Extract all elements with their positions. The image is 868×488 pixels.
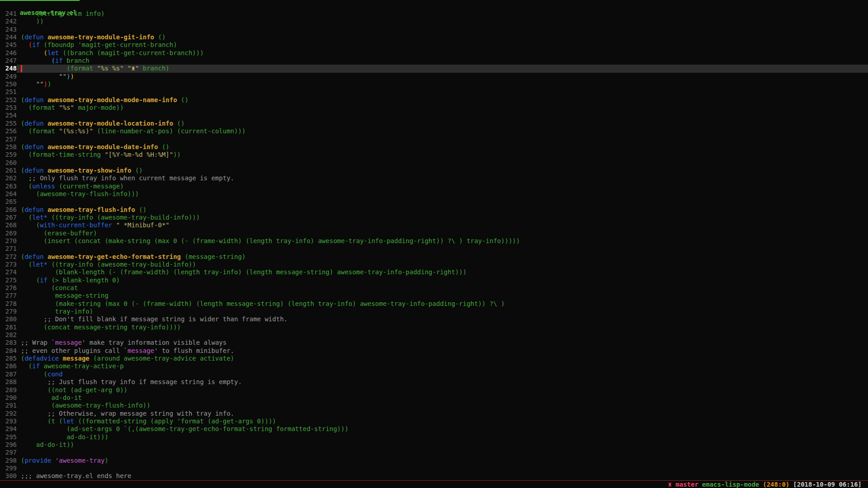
- code-line[interactable]: 242 )): [0, 18, 868, 25]
- line-number: 268: [0, 221, 17, 229]
- line-number: 292: [0, 410, 17, 418]
- code-line[interactable]: 255(defun awesome-tray-module-location-i…: [0, 120, 868, 127]
- code-line-content: ad-do-it)): [17, 441, 868, 449]
- line-number: 298: [0, 457, 17, 465]
- code-token: (: [51, 57, 55, 64]
- code-line[interactable]: 248 (format "%s %s" "♜" branch): [0, 65, 868, 72]
- code-token: defun: [24, 143, 43, 150]
- code-token: (): [158, 143, 169, 150]
- code-token: (erase-buffer): [21, 230, 97, 237]
- code-line[interactable]: 275 (if (> blank-length 0): [0, 277, 868, 284]
- code-line[interactable]: 285(defadvice message (around awesome-tr…: [0, 355, 868, 362]
- code-line[interactable]: 266(defun awesome-tray-flush-info (): [0, 206, 868, 214]
- code-token: defun: [24, 206, 43, 213]
- code-line-content: (with-current-buffer " *Minibuf-0*": [17, 221, 868, 229]
- code-token: message: [127, 347, 154, 354]
- code-line[interactable]: 296 ad-do-it)): [0, 441, 868, 449]
- code-line[interactable]: 283;; Wrap `message' make tray informati…: [0, 339, 868, 347]
- code-line[interactable]: 267 (let* ((tray-info (awesome-tray-buil…: [0, 214, 868, 221]
- code-line[interactable]: 252(defun awesome-tray-module-mode-name-…: [0, 96, 868, 104]
- code-line[interactable]: 294 (ad-set-args 0 `(,(awesome-tray-get-…: [0, 425, 868, 433]
- code-token: (: [21, 221, 40, 229]
- line-number: 271: [0, 245, 17, 253]
- code-line[interactable]: 293 (t (let ((formatted-string (apply 'f…: [0, 418, 868, 425]
- code-line[interactable]: 244(defun awesome-tray-module-git-info (…: [0, 33, 868, 41]
- code-token: message: [63, 355, 90, 362]
- code-line[interactable]: 284;; even other plugins call `message' …: [0, 347, 868, 355]
- code-line[interactable]: 297: [0, 449, 868, 456]
- code-line[interactable]: 256 (format "(%s:%s)" (line-number-at-po…: [0, 127, 868, 135]
- code-line[interactable]: 273 (let* ((tray-info (awesome-tray-buil…: [0, 261, 868, 268]
- code-line[interactable]: 271: [0, 245, 868, 253]
- code-token: ;; Just flush tray info if message strin…: [47, 378, 242, 385]
- code-line[interactable]: 270 (insert (concat (make-string (max 0 …: [0, 237, 868, 245]
- code-token: "♜": [127, 65, 139, 72]
- code-line[interactable]: 290 ad-do-it: [0, 394, 868, 402]
- code-line[interactable]: 245 (if (fboundp 'magit-get-current-bran…: [0, 41, 868, 49]
- code-line[interactable]: 282: [0, 331, 868, 339]
- code-line[interactable]: 246 (let ((branch (magit-get-current-bra…: [0, 49, 868, 57]
- code-token: ad-do-it)): [21, 441, 74, 448]
- code-line[interactable]: 259 (format-time-string "[%Y-%m-%d %H:%M…: [0, 151, 868, 159]
- code-line[interactable]: 272(defun awesome-tray-get-echo-format-s…: [0, 253, 868, 261]
- line-number: 261: [0, 167, 17, 174]
- code-line[interactable]: 264 (awesome-tray-flush-info))): [0, 190, 868, 198]
- code-line[interactable]: 300;;; awesome-tray.el ends here: [0, 472, 868, 480]
- code-token: (): [173, 120, 184, 127]
- line-number: 253: [0, 104, 17, 112]
- code-line[interactable]: 253 (format "%s" major-mode)): [0, 104, 868, 112]
- code-line[interactable]: 250 "")): [0, 80, 868, 88]
- code-line[interactable]: 257: [0, 136, 868, 143]
- code-token: awesome-tray-get-echo-format-string: [47, 253, 181, 260]
- code-line[interactable]: 241 (string-trim info): [0, 10, 868, 18]
- code-line-content: )): [17, 18, 868, 25]
- code-token: defun: [24, 167, 43, 174]
- code-token: (format-time-string: [21, 151, 104, 158]
- line-number: 256: [0, 127, 17, 135]
- code-line[interactable]: 269 (erase-buffer): [0, 230, 868, 237]
- code-line[interactable]: 281 (concat message-string tray-info)))): [0, 324, 868, 331]
- code-token: (: [21, 277, 40, 284]
- code-line[interactable]: 276 (concat: [0, 284, 868, 292]
- code-line[interactable]: 292 ;; Otherwise, wrap message string wi…: [0, 410, 868, 418]
- code-line[interactable]: 279 tray-info): [0, 308, 868, 315]
- code-line[interactable]: 260: [0, 159, 868, 167]
- code-token: [44, 120, 47, 127]
- code-line[interactable]: 265: [0, 198, 868, 206]
- code-line[interactable]: 274 (blank-length (- (frame-width) (leng…: [0, 268, 868, 276]
- code-line-content: (unless (current-message): [17, 183, 868, 190]
- code-line[interactable]: 258(defun awesome-tray-module-date-info …: [0, 143, 868, 151]
- code-token: (): [154, 33, 165, 41]
- line-number: 273: [0, 261, 17, 268]
- buffer-tab-active[interactable]: awesome-tray.el: [0, 0, 80, 10]
- code-line[interactable]: 298(provide 'awesome-tray): [0, 457, 868, 465]
- code-line[interactable]: 286 (if awesome-tray-active-p: [0, 362, 868, 370]
- line-number: 281: [0, 324, 17, 331]
- code-line[interactable]: 277 message-string: [0, 292, 868, 300]
- code-line[interactable]: 287 (cond: [0, 371, 868, 378]
- code-line[interactable]: 261(defun awesome-tray-show-info (): [0, 167, 868, 174]
- code-token: [21, 57, 51, 64]
- code-line[interactable]: 262 ;; Only flush tray info when current…: [0, 174, 868, 182]
- code-token: if: [32, 362, 40, 370]
- code-line[interactable]: 268 (with-current-buffer " *Minibuf-0*": [0, 221, 868, 229]
- code-token: awesome-tray-module-location-info: [47, 120, 173, 127]
- code-line[interactable]: 278 (make-string (max 0 (- (frame-width)…: [0, 300, 868, 308]
- code-line[interactable]: 280 ;; Don't fill blank if message strin…: [0, 315, 868, 323]
- code-line[interactable]: 263 (unless (current-message): [0, 183, 868, 190]
- line-number: 300: [0, 472, 17, 480]
- code-line[interactable]: 251: [0, 88, 868, 96]
- code-line[interactable]: 289 ((not (ad-get-arg 0)): [0, 386, 868, 394]
- code-line[interactable]: 243: [0, 26, 868, 33]
- code-line[interactable]: 288 ;; Just flush tray info if message s…: [0, 378, 868, 386]
- tray-segment-git: ♜ master: [668, 481, 698, 488]
- code-line[interactable]: 295 ad-do-it))): [0, 433, 868, 441]
- code-line[interactable]: 254: [0, 112, 868, 119]
- code-line[interactable]: 249 "")): [0, 73, 868, 80]
- code-token: (format: [21, 127, 59, 135]
- code-line[interactable]: 299: [0, 465, 868, 472]
- code-line[interactable]: 291 (awesome-tray-flush-info)): [0, 402, 868, 409]
- code-line[interactable]: 247 (if branch: [0, 57, 868, 65]
- code-token: [21, 315, 44, 323]
- code-line-content: (format "%s %s" "♜" branch): [17, 65, 868, 72]
